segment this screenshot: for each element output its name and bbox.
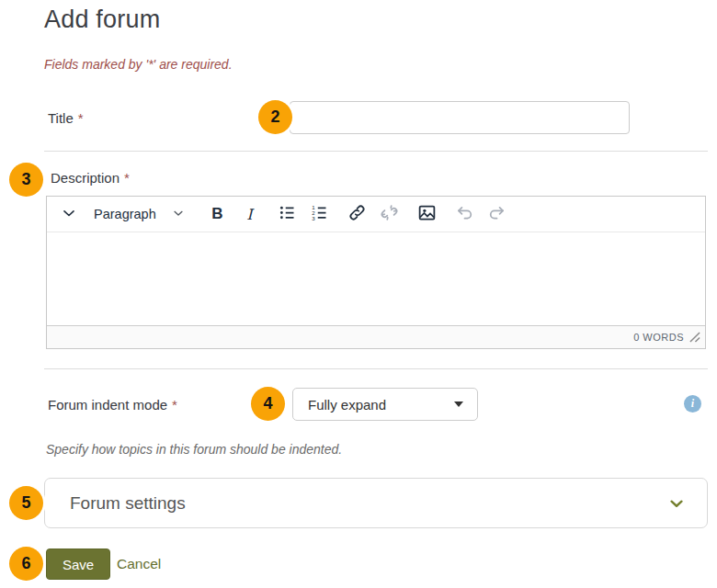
divider (44, 368, 708, 369)
required-asterisk: * (172, 397, 177, 413)
undo-button[interactable] (450, 200, 480, 228)
bold-icon: B (211, 205, 222, 223)
indent-mode-selected-value: Fully expand (308, 397, 386, 413)
bullet-list-button[interactable] (272, 200, 302, 228)
description-editor-body[interactable] (47, 232, 705, 325)
cancel-link[interactable]: Cancel (117, 556, 161, 572)
format-select-button[interactable]: Paragraph (85, 200, 194, 228)
indent-mode-label: Forum indent mode* (48, 397, 177, 413)
bold-button[interactable]: B (202, 200, 233, 228)
indent-mode-help-text: Specify how topics in this forum should … (46, 442, 342, 457)
indent-mode-label-text: Forum indent mode (48, 397, 167, 413)
unlink-icon (380, 203, 399, 225)
bullet-list-icon (278, 203, 297, 225)
redo-icon (487, 203, 506, 225)
editor-statusbar: 0 WORDS (47, 325, 705, 348)
image-icon (417, 203, 437, 225)
required-asterisk: * (124, 170, 130, 186)
add-forum-page: Add forum Fields marked by '*' are requi… (0, 0, 717, 588)
chevron-down-icon (60, 204, 78, 225)
step-badge-3: 3 (9, 163, 43, 197)
required-asterisk: * (78, 110, 84, 126)
save-button[interactable]: Save (46, 548, 110, 580)
toolbar-toggle-button[interactable] (53, 200, 84, 228)
caret-down-icon (454, 401, 463, 407)
redo-button[interactable] (482, 200, 512, 228)
title-label-text: Title (48, 110, 74, 126)
page-title: Add forum (44, 6, 160, 34)
title-label: Title* (48, 110, 84, 126)
info-icon[interactable]: i (684, 395, 701, 413)
divider (44, 151, 708, 152)
remove-link-button[interactable] (374, 200, 404, 228)
description-label: Description* (51, 170, 130, 186)
forum-settings-label: Forum settings (70, 493, 186, 514)
forum-settings-section-toggle[interactable]: Forum settings (44, 478, 708, 528)
numbered-list-button[interactable]: 123 (304, 200, 335, 228)
undo-icon (455, 203, 474, 225)
italic-button[interactable]: I (234, 200, 265, 228)
italic-icon: I (246, 206, 252, 223)
step-badge-4: 4 (251, 387, 285, 421)
chevron-down-icon (171, 206, 186, 223)
step-badge-2: 2 (258, 100, 292, 134)
insert-link-button[interactable] (342, 200, 372, 228)
step-badge-6: 6 (9, 547, 43, 581)
word-count: 0 WORDS (633, 332, 684, 343)
svg-text:3: 3 (312, 215, 315, 221)
step-badge-5: 5 (9, 486, 43, 520)
description-rich-text-editor: Paragraph B I 123 (46, 196, 706, 349)
chevron-down-icon (666, 493, 687, 514)
indent-mode-select[interactable]: Fully expand (292, 388, 478, 421)
required-note: Fields marked by '*' are required. (44, 57, 233, 72)
description-label-text: Description (51, 170, 120, 186)
resize-grip[interactable] (689, 332, 700, 343)
insert-image-button[interactable] (412, 200, 442, 228)
format-select-value: Paragraph (94, 207, 156, 221)
numbered-list-icon: 123 (310, 203, 329, 225)
editor-toolbar: Paragraph B I 123 (47, 197, 705, 232)
link-icon (347, 203, 367, 225)
title-input[interactable] (290, 101, 630, 134)
